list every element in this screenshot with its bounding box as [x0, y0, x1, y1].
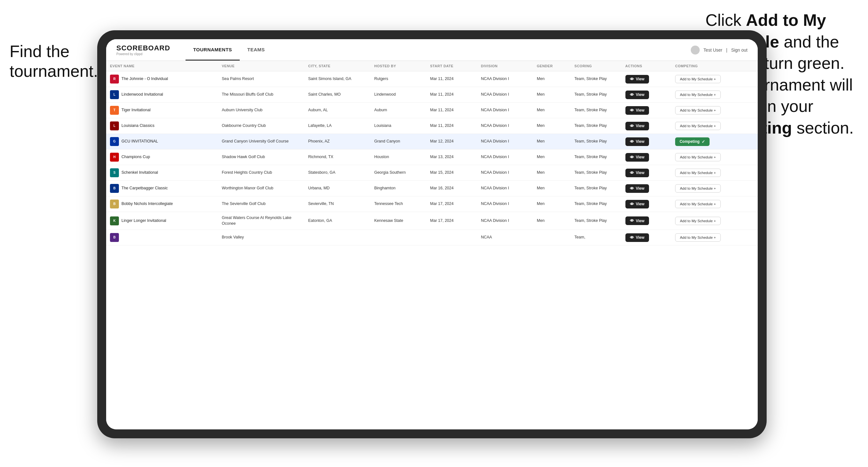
- event-name-cell: HChampions Cup: [106, 150, 218, 165]
- date-cell: Mar 12, 2024: [426, 134, 477, 150]
- gender-cell: Men: [533, 212, 570, 230]
- competing-button[interactable]: Competing ✓: [675, 137, 710, 146]
- team-logo: L: [110, 90, 119, 99]
- team-logo: G: [110, 137, 119, 146]
- gender-cell: Men: [533, 196, 570, 212]
- event-name-cell: BThe Carpetbagger Classic: [106, 181, 218, 196]
- event-name-cell: RThe Johnnie - O Individual: [106, 71, 218, 87]
- view-button[interactable]: 👁 View: [625, 137, 649, 146]
- date-cell: Mar 15, 2024: [426, 165, 477, 181]
- add-to-schedule-button[interactable]: Add to My Schedule +: [675, 168, 721, 177]
- competing-cell: Add to My Schedule +: [671, 181, 758, 196]
- team-logo: T: [110, 106, 119, 115]
- add-to-schedule-button[interactable]: Add to My Schedule +: [675, 91, 721, 99]
- table-row: RThe Johnnie - O IndividualSea Palms Res…: [106, 71, 758, 87]
- view-button[interactable]: 👁 View: [625, 122, 649, 130]
- tab-teams[interactable]: TEAMS: [240, 39, 273, 61]
- actions-cell: 👁 View: [622, 230, 671, 245]
- scoring-cell: Team, Stroke Play: [570, 165, 621, 181]
- competing-cell: Competing ✓: [671, 134, 758, 150]
- competing-cell: Add to My Schedule +: [671, 212, 758, 230]
- hosted-cell: Georgia Southern: [370, 165, 426, 181]
- add-to-schedule-button[interactable]: Add to My Schedule +: [675, 106, 721, 115]
- view-button[interactable]: 👁 View: [625, 153, 649, 162]
- team-logo: R: [110, 74, 119, 84]
- division-cell: NCAA Division I: [477, 196, 533, 212]
- event-name-cell: LLouisiana Classics: [106, 118, 218, 134]
- event-name: Bobby Nichols Intercollegiate: [121, 201, 173, 207]
- venue-cell: Worthington Manor Golf Club: [218, 181, 304, 196]
- event-name: Champions Cup: [121, 154, 150, 160]
- tablet-screen: SCOREBOARD Powered by clippd TOURNAMENTS…: [106, 39, 758, 429]
- view-button[interactable]: 👁 View: [625, 106, 649, 115]
- event-name: Lindenwood Invitational: [121, 92, 163, 97]
- date-cell: Mar 11, 2024: [426, 71, 477, 87]
- division-cell: NCAA Division I: [477, 71, 533, 87]
- city-cell: Auburn, AL: [304, 103, 370, 118]
- add-to-schedule-button[interactable]: Add to My Schedule +: [675, 234, 721, 242]
- scoring-cell: Team, Stroke Play: [570, 196, 621, 212]
- hosted-cell: Auburn: [370, 103, 426, 118]
- hosted-cell: Kennesaw State: [370, 212, 426, 230]
- team-logo: K: [110, 216, 119, 225]
- event-name-cell: B: [106, 230, 218, 245]
- competing-cell: Add to My Schedule +: [671, 71, 758, 87]
- venue-cell: The Sevierville Golf Club: [218, 196, 304, 212]
- col-header-city: CITY, STATE: [304, 61, 370, 71]
- division-cell: NCAA Division I: [477, 150, 533, 165]
- venue-cell: Brook Valley: [218, 230, 304, 245]
- col-header-actions: ACTIONS: [622, 61, 671, 71]
- scoring-cell: Team, Stroke Play: [570, 103, 621, 118]
- venue-cell: Forest Heights Country Club: [218, 165, 304, 181]
- add-to-schedule-button[interactable]: Add to My Schedule +: [675, 200, 721, 208]
- event-name: Louisiana Classics: [121, 123, 155, 129]
- table-row: TTiger InvitationalAuburn University Clu…: [106, 103, 758, 118]
- add-to-schedule-button[interactable]: Add to My Schedule +: [675, 122, 721, 130]
- hosted-cell: [370, 230, 426, 245]
- gender-cell: Men: [533, 165, 570, 181]
- date-cell: Mar 17, 2024: [426, 212, 477, 230]
- sign-out-link[interactable]: Sign out: [731, 48, 747, 53]
- eye-icon: 👁: [630, 202, 634, 207]
- view-button[interactable]: 👁 View: [625, 168, 649, 177]
- add-to-schedule-button[interactable]: Add to My Schedule +: [675, 75, 721, 83]
- scoring-cell: Team, Stroke Play: [570, 181, 621, 196]
- add-to-schedule-button[interactable]: Add to My Schedule +: [675, 153, 721, 161]
- col-header-venue: VENUE: [218, 61, 304, 71]
- eye-icon: 👁: [630, 124, 634, 128]
- team-logo: L: [110, 121, 119, 130]
- city-cell: Phoenix, AZ: [304, 134, 370, 150]
- eye-icon: 👁: [630, 108, 634, 113]
- hosted-cell: Rutgers: [370, 71, 426, 87]
- gender-cell: Men: [533, 103, 570, 118]
- division-cell: NCAA Division I: [477, 103, 533, 118]
- city-cell: Richmond, TX: [304, 150, 370, 165]
- scoring-cell: Team,: [570, 230, 621, 245]
- event-name: GCU INVITATIONAL: [121, 139, 158, 145]
- view-button[interactable]: 👁 View: [625, 216, 649, 225]
- col-header-event: EVENT NAME: [106, 61, 218, 71]
- col-header-scoring: SCORING: [570, 61, 621, 71]
- competing-cell: Add to My Schedule +: [671, 230, 758, 245]
- add-to-schedule-button[interactable]: Add to My Schedule +: [675, 217, 721, 225]
- actions-cell: 👁 View: [622, 103, 671, 118]
- division-cell: NCAA Division I: [477, 118, 533, 134]
- col-header-gender: GENDER: [533, 61, 570, 71]
- view-button[interactable]: 👁 View: [625, 184, 649, 193]
- event-name-cell: TTiger Invitational: [106, 103, 218, 118]
- venue-cell: Grand Canyon University Golf Course: [218, 134, 304, 150]
- hosted-cell: Louisiana: [370, 118, 426, 134]
- view-button[interactable]: 👁 View: [625, 234, 649, 242]
- user-name: Test User: [704, 48, 722, 53]
- add-to-schedule-button[interactable]: Add to My Schedule +: [675, 184, 721, 192]
- gender-cell: Men: [533, 150, 570, 165]
- actions-cell: 👁 View: [622, 150, 671, 165]
- view-button[interactable]: 👁 View: [625, 200, 649, 209]
- view-button[interactable]: 👁 View: [625, 91, 649, 99]
- tab-tournaments[interactable]: TOURNAMENTS: [186, 39, 240, 61]
- view-button[interactable]: 👁 View: [625, 75, 649, 84]
- event-name-cell: GGCU INVITATIONAL: [106, 134, 218, 150]
- table-row: KLinger Longer InvitationalGreat Waters …: [106, 212, 758, 230]
- competing-cell: Add to My Schedule +: [671, 87, 758, 103]
- date-cell: Mar 11, 2024: [426, 118, 477, 134]
